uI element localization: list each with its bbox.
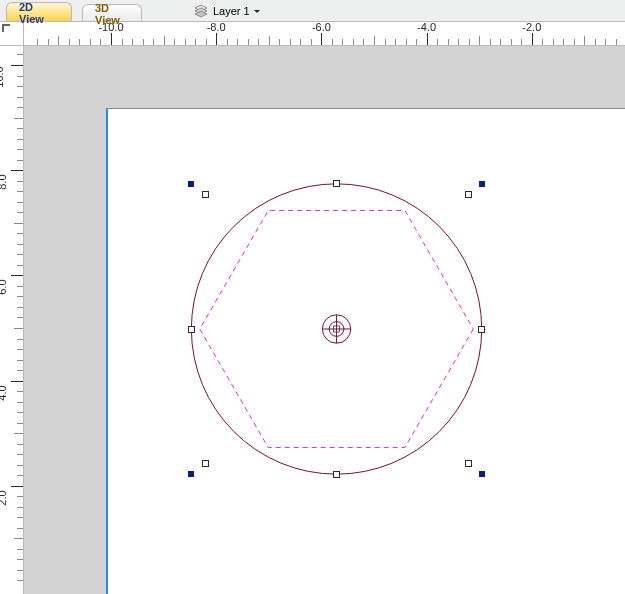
- ruler-tick-minor: [248, 39, 249, 45]
- selection-handle-mid[interactable]: [188, 326, 195, 333]
- ruler-tick-minor: [448, 39, 449, 45]
- selection-handle-mid[interactable]: [465, 191, 472, 198]
- ruler-tick-major: [216, 33, 217, 45]
- ruler-tick-minor: [17, 212, 23, 213]
- ruler-tick-minor: [17, 128, 23, 129]
- ruler-tick-minor: [17, 202, 23, 203]
- drawn-hexagon[interactable]: [200, 211, 474, 448]
- center-marker-circle: [329, 322, 344, 337]
- ruler-tick-minor: [17, 233, 23, 234]
- selection-handle-corner[interactable]: [479, 181, 485, 187]
- ruler-tick-minor: [584, 36, 585, 45]
- ruler-tick-minor: [542, 39, 543, 45]
- ruler-tick-minor: [17, 496, 23, 497]
- ruler-tick-minor: [17, 265, 23, 266]
- ruler-tick-minor: [14, 433, 23, 434]
- ruler-tick-major: [11, 170, 23, 171]
- ruler-tick-minor: [174, 39, 175, 45]
- ruler-tick-label: -6.0: [312, 22, 331, 33]
- ruler-tick-minor: [206, 39, 207, 45]
- ruler-tick-minor: [17, 286, 23, 287]
- selection-handle-mid[interactable]: [465, 460, 472, 467]
- ruler-tick-minor: [553, 39, 554, 45]
- ruler-tick-minor: [17, 349, 23, 350]
- ruler-tick-minor: [17, 307, 23, 308]
- ruler-tick-minor: [363, 39, 364, 45]
- ruler-tick-minor: [14, 538, 23, 539]
- ruler-tick-minor: [17, 423, 23, 424]
- layer-stack-icon: [194, 4, 208, 18]
- ruler-tick-label: 10.0: [0, 66, 4, 87]
- drawing-page[interactable]: [106, 108, 625, 594]
- ruler-tick-minor: [14, 118, 23, 119]
- ruler-tick-minor: [48, 39, 49, 45]
- ruler-tick-minor: [227, 39, 228, 45]
- ruler-tick-minor: [17, 412, 23, 413]
- ruler-tick-minor: [237, 39, 238, 45]
- ruler-origin-corner[interactable]: [0, 22, 24, 46]
- ruler-tick-minor: [353, 39, 354, 45]
- drawn-circle[interactable]: [191, 184, 481, 474]
- ruler-tick-major: [532, 33, 533, 45]
- ruler-tick-minor: [195, 39, 196, 45]
- ruler-tick-major: [11, 381, 23, 382]
- ruler-tick-minor: [132, 39, 133, 45]
- ruler-tick-minor: [17, 244, 23, 245]
- selection-handle-mid[interactable]: [333, 180, 340, 187]
- ruler-tick-minor: [374, 36, 375, 45]
- ruler-tick-minor: [279, 39, 280, 45]
- ruler-tick-minor: [17, 580, 23, 581]
- tab-2d-view[interactable]: 2D View: [6, 2, 72, 21]
- ruler-tick-minor: [17, 76, 23, 77]
- ruler-tick-minor: [469, 39, 470, 45]
- ruler-tick-minor: [17, 254, 23, 255]
- chevron-down-icon: [254, 10, 260, 13]
- ruler-tick-minor: [17, 296, 23, 297]
- ruler-tick-major: [111, 33, 112, 45]
- ruler-tick-minor: [153, 39, 154, 45]
- ruler-tick-minor: [332, 39, 333, 45]
- ruler-tick-minor: [17, 86, 23, 87]
- ruler-tick-minor: [416, 39, 417, 45]
- ruler-tick-label: -2.0: [522, 22, 541, 33]
- selection-handle-mid[interactable]: [202, 191, 209, 198]
- ruler-tick-major: [427, 33, 428, 45]
- center-marker-circle: [322, 315, 350, 343]
- ruler-tick-minor: [17, 107, 23, 108]
- ruler-tick-minor: [258, 39, 259, 45]
- ruler-tick-label: 8.0: [0, 175, 7, 190]
- layer-label: Layer 1: [213, 5, 250, 17]
- ruler-tick-major: [11, 275, 23, 276]
- ruler-tick-major: [11, 65, 23, 66]
- selection-handle-mid[interactable]: [478, 326, 485, 333]
- ruler-tick-minor: [17, 54, 23, 55]
- selection-handle-corner[interactable]: [188, 181, 194, 187]
- ruler-tick-minor: [290, 39, 291, 45]
- selection-handle-mid[interactable]: [202, 460, 209, 467]
- tab-3d-view[interactable]: 3D View: [82, 4, 142, 21]
- selection-handle-corner[interactable]: [479, 471, 485, 477]
- ruler-tick-minor: [17, 391, 23, 392]
- ruler-tick-minor: [17, 139, 23, 140]
- ruler-tick-minor: [616, 39, 617, 45]
- ruler-tick-minor: [79, 39, 80, 45]
- ruler-tick-minor: [269, 36, 270, 45]
- ruler-tick-minor: [185, 39, 186, 45]
- ruler-tick-minor: [17, 517, 23, 518]
- ruler-tick-label: -8.0: [207, 22, 226, 33]
- workspace[interactable]: [24, 46, 625, 594]
- ruler-tick-minor: [17, 97, 23, 98]
- selection-handle-corner[interactable]: [188, 471, 194, 477]
- ruler-tick-minor: [17, 528, 23, 529]
- ruler-tick-minor: [511, 39, 512, 45]
- ruler-tick-minor: [17, 475, 23, 476]
- ruler-tick-minor: [17, 507, 23, 508]
- ruler-tick-major: [11, 486, 23, 487]
- ruler-tick-minor: [164, 36, 165, 45]
- layer-selector[interactable]: Layer 1: [190, 1, 264, 21]
- ruler-tick-label: 2.0: [0, 490, 7, 505]
- ruler-tick-label: 4.0: [0, 385, 7, 400]
- selection-handle-mid[interactable]: [333, 471, 340, 478]
- ruler-vertical[interactable]: 10.08.06.04.02.0: [0, 46, 24, 594]
- ruler-tick-minor: [100, 39, 101, 45]
